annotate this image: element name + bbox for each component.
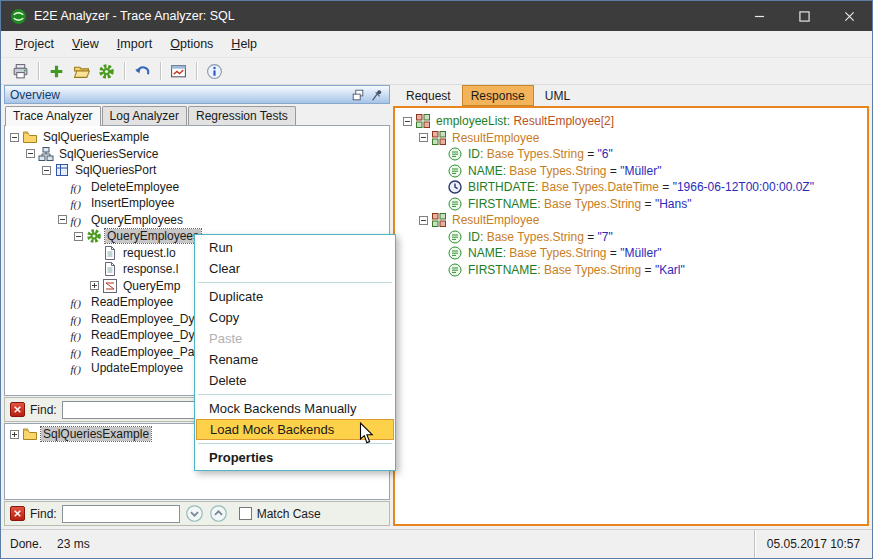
menu-help[interactable]: Help [222,33,266,55]
tree-label: ReadEmployee_Dy [89,328,196,342]
collapse-icon[interactable] [10,133,19,142]
tree-label-part: = [641,197,655,211]
print-button[interactable] [8,60,33,82]
tab-response[interactable]: Response [462,85,534,106]
tree-label: SqlQueriesPort [73,163,158,177]
tree-label-part: "Hans" [655,197,692,211]
undo-button[interactable] [130,60,155,82]
add-button[interactable] [44,60,69,82]
collapse-icon[interactable] [403,117,412,126]
menu-item-duplicate[interactable]: Duplicate [196,286,394,307]
collapse-icon[interactable] [74,232,83,241]
find-input-bottom[interactable] [62,505,180,523]
tree-row-sqlqueriesport[interactable]: SqlQueriesPort [5,162,389,179]
tab-regression-tests[interactable]: Regression Tests [188,106,296,125]
clear-find-button[interactable] [10,402,25,417]
menu-item-copy[interactable]: Copy [196,307,394,328]
menu-project[interactable]: Project [6,33,63,55]
status-message: Done. [1,537,42,551]
close-button[interactable] [827,1,872,31]
tree-row-resultemployee[interactable]: ResultEmployee [398,130,865,147]
find-next-button[interactable] [185,504,204,523]
tree-label-part: employeeList: [436,114,513,128]
tree-label-part: "Karl" [655,263,685,277]
main-area: Overview Trace AnalyzerLog AnalyzerRegre… [4,85,869,526]
expand-icon[interactable] [10,430,19,439]
maximize-button[interactable] [782,1,827,31]
collapse-icon[interactable] [58,215,67,224]
tree-row-employeelist[interactable]: employeeList: ResultEmployee[2] [398,113,865,130]
tree-row-sqlqueriesservice[interactable]: SqlQueriesService [5,146,389,163]
menu-import[interactable]: Import [108,33,161,55]
collapse-icon[interactable] [42,166,51,175]
print-icon [12,63,29,80]
tree-row-firstname[interactable]: FIRSTNAME: Base Types.String = "Hans" [398,196,865,213]
match-case-checkbox[interactable] [239,507,252,520]
find-previous-button[interactable] [209,504,228,523]
tree-row-birthdate[interactable]: BIRTHDATE: Base Types.DateTime = "1966-0… [398,179,865,196]
toolbar [1,58,872,85]
tree-label: ReadEmployee_Dy [89,312,196,326]
tree-row-id[interactable]: ID: Base Types.String = "6" [398,146,865,163]
svg-text:f(): f() [71,181,82,194]
status-datetime: 05.05.2017 10:57 [754,530,872,558]
tab-request[interactable]: Request [397,85,460,106]
tree-label-part: = [584,230,598,244]
find-bar-bottom: Find: Match Case [4,501,390,526]
tree-label: ReadEmployee [89,295,175,309]
tab-uml[interactable]: UML [536,85,579,106]
info-button[interactable] [202,60,227,82]
menu-item-run[interactable]: Run [196,237,394,258]
tab-trace-analyzer[interactable]: Trace Analyzer [5,106,101,126]
tree-row-queryemployees[interactable]: f()QueryEmployees [5,212,389,229]
tree-row-sqlqueriesexample[interactable]: SqlQueriesExample [5,129,389,146]
string-icon [447,196,463,212]
menu-item-rename[interactable]: Rename [196,349,394,370]
collapse-icon[interactable] [419,216,428,225]
tree-label: SqlQueriesService [57,147,160,161]
pin-icon[interactable] [370,88,384,102]
tree-row-insertemployee[interactable]: f()InsertEmployee [5,195,389,212]
trace-view-button[interactable] [166,60,191,82]
tab-log-analyzer[interactable]: Log Analyzer [102,106,187,125]
expand-icon[interactable] [90,281,99,290]
menu-item-mock-backends-manually[interactable]: Mock Backends Manually [196,398,394,419]
tree-label-part: "6" [598,147,613,161]
string-icon [447,146,463,162]
tree-label-part: Base Types.String [509,164,606,178]
tree-label-part: = [607,246,621,260]
tree-label: UpdateEmployee [89,361,185,375]
app-window: E2E Analyzer - Trace Analyzer: SQL Proje… [0,0,873,559]
tree-row-name[interactable]: NAME: Base Types.String = "Müller" [398,245,865,262]
menu-item-clear[interactable]: Clear [196,258,394,279]
tree-row-deleteemployee[interactable]: f()DeleteEmployee [5,179,389,196]
menu-item-paste: Paste [196,328,394,349]
menu-item-properties[interactable]: Properties [196,447,394,468]
tree-row-firstname[interactable]: FIRSTNAME: Base Types.String = "Karl" [398,262,865,279]
menu-item-delete[interactable]: Delete [196,370,394,391]
tree-label-part: ResultEmployee[2] [513,114,614,128]
tree-label: DeleteEmployee [89,180,181,194]
float-panel-icon[interactable] [351,88,365,102]
tree-row-resultemployee[interactable]: ResultEmployee [398,212,865,229]
svg-text:f(): f() [71,198,82,211]
service-icon [38,146,54,162]
clear-find-button[interactable] [10,506,25,521]
tree-label: response.l [121,262,180,276]
tree-row-name[interactable]: NAME: Base Types.String = "Müller" [398,163,865,180]
clock-icon [447,179,463,195]
tree-label-part: FIRSTNAME: [468,263,544,277]
collapse-icon[interactable] [419,133,428,142]
minimize-button[interactable] [737,1,782,31]
tree-label-part: "Müller" [620,164,661,178]
settings-button[interactable] [94,60,119,82]
menu-options[interactable]: Options [161,33,222,55]
tree-label: FIRSTNAME: Base Types.String = "Karl" [466,263,687,277]
collapse-icon[interactable] [26,149,35,158]
open-button[interactable] [69,60,94,82]
tree-label: BIRTHDATE: Base Types.DateTime = "1966-0… [466,180,816,194]
tree-label: request.lo [121,246,178,260]
tree-label-part: = [659,180,673,194]
tree-row-id[interactable]: ID: Base Types.String = "7" [398,229,865,246]
menu-view[interactable]: View [63,33,108,55]
